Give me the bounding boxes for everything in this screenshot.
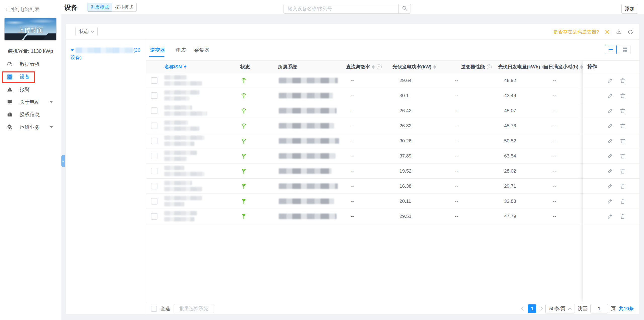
device-name-redacted <box>164 166 205 176</box>
delete-icon[interactable] <box>620 168 626 174</box>
prev-page-icon[interactable] <box>521 307 526 311</box>
system-name-redacted <box>279 138 339 144</box>
jump-page-input[interactable] <box>590 304 608 313</box>
delete-icon[interactable] <box>620 93 626 99</box>
online-status-icon <box>240 152 247 159</box>
edit-icon[interactable] <box>607 168 613 174</box>
tab-collector[interactable]: 采集器 <box>194 47 209 54</box>
list-view-button[interactable] <box>605 45 617 54</box>
add-device-button[interactable]: 添加 <box>621 4 638 14</box>
full-hours-value: -- <box>553 133 556 148</box>
inverter-performance-value: -- <box>455 133 458 148</box>
sort-icon[interactable] <box>433 65 436 69</box>
row-checkbox[interactable] <box>151 183 157 189</box>
sidebar-item-dashboard[interactable]: 数据看板 <box>0 58 61 70</box>
page-number-button[interactable]: 1 <box>528 304 536 313</box>
row-checkbox[interactable] <box>151 198 157 205</box>
edit-icon[interactable] <box>607 153 613 159</box>
system-name-redacted <box>279 93 333 98</box>
back-to-plant-list-link[interactable]: ‹回到电站列表 <box>6 6 39 13</box>
garbled-inverter-link[interactable]: 是否存在乱码逆变器? <box>553 29 599 35</box>
full-hours-value: -- <box>553 179 556 194</box>
back-label: 回到电站列表 <box>9 7 39 12</box>
inverter-performance-value: -- <box>455 179 458 194</box>
edit-icon[interactable] <box>607 213 613 219</box>
online-status-icon <box>240 92 247 99</box>
edit-icon[interactable] <box>607 198 613 204</box>
col-inverter-performance[interactable]: 逆变器性能? <box>461 61 492 73</box>
row-checkbox[interactable] <box>151 168 157 174</box>
delete-icon[interactable] <box>620 123 626 129</box>
inverter-performance-value: -- <box>455 148 458 164</box>
download-icon[interactable] <box>616 29 622 35</box>
delete-icon[interactable] <box>620 153 626 159</box>
sort-icon[interactable] <box>184 65 186 69</box>
inverter-performance-value: -- <box>455 73 458 88</box>
tree-expand-caret[interactable] <box>70 49 74 51</box>
search-input[interactable] <box>284 4 398 13</box>
delete-icon[interactable] <box>620 138 626 144</box>
grid-view-button[interactable] <box>619 45 631 54</box>
list-mode-button[interactable]: 列表模式 <box>88 3 112 12</box>
dc-dispersion-value: -- <box>351 133 354 148</box>
row-checkbox[interactable] <box>151 138 157 144</box>
delete-icon[interactable] <box>620 198 626 204</box>
daily-energy-value: 46.92 <box>504 73 516 88</box>
refresh-icon[interactable] <box>627 29 634 35</box>
sidebar-item-maintenance[interactable]: 运维业务 <box>0 121 61 133</box>
page-size-select[interactable]: 50条/页 <box>545 304 575 313</box>
sidebar-item-alarms[interactable]: 报警 <box>0 83 61 96</box>
tab-inverter[interactable]: 逆变器 <box>150 47 165 54</box>
select-all-checkbox[interactable] <box>151 306 157 312</box>
edit-icon[interactable] <box>607 93 613 99</box>
row-checkbox[interactable] <box>151 123 157 129</box>
delete-icon[interactable] <box>620 77 626 84</box>
row-actions <box>583 103 639 118</box>
tree-collapse-handle[interactable]: « <box>61 155 65 167</box>
col-daily-energy[interactable]: 光伏日发电量(kWh) <box>498 61 545 73</box>
sidebar-item-devices[interactable]: 设备 <box>0 70 61 83</box>
dc-dispersion-value: -- <box>351 209 354 224</box>
row-checkbox[interactable] <box>151 92 157 99</box>
help-icon[interactable]: ? <box>377 64 382 69</box>
next-page-icon[interactable] <box>539 307 543 311</box>
col-name-sn[interactable]: 名称/SN <box>164 61 186 73</box>
table-row: -- 29.51 -- 47.79 -- <box>146 209 639 224</box>
col-pv-power[interactable]: 光伏发电功率(kW) <box>392 61 436 73</box>
alarm-icon <box>7 86 13 93</box>
search-button[interactable] <box>398 4 411 13</box>
sort-icon[interactable] <box>580 65 583 69</box>
active-tab-underline <box>149 56 165 57</box>
col-dc-dispersion[interactable]: 直流离散率? <box>346 61 382 73</box>
edit-icon[interactable] <box>607 123 613 129</box>
sidebar-item-license[interactable]: 授权信息 <box>0 108 61 121</box>
row-checkbox[interactable] <box>151 153 157 159</box>
row-checkbox[interactable] <box>151 77 157 84</box>
online-status-icon <box>240 137 247 144</box>
batch-select-system-button[interactable]: 批量选择系统 <box>174 304 214 313</box>
edit-icon[interactable] <box>607 77 613 84</box>
sort-icon[interactable] <box>372 65 375 69</box>
edit-icon[interactable] <box>607 138 613 144</box>
edit-icon[interactable] <box>607 108 613 114</box>
tree-root-node[interactable]: (26设备) <box>70 46 142 61</box>
sidebar-item-about-plant[interactable]: 关于电站 <box>0 96 61 108</box>
delete-icon[interactable] <box>620 213 626 219</box>
page-suffix-label: 页 <box>611 305 616 312</box>
close-icon[interactable] <box>604 29 611 35</box>
device-name-redacted <box>164 211 197 221</box>
operations-fixed-column: 操作 <box>583 60 639 303</box>
help-icon[interactable]: ? <box>487 64 492 69</box>
row-actions <box>583 148 639 164</box>
plant-cover-image[interactable]: 上传封面 <box>4 18 57 41</box>
maintenance-icon <box>7 124 13 130</box>
row-checkbox[interactable] <box>151 107 157 114</box>
delete-icon[interactable] <box>620 108 626 114</box>
delete-icon[interactable] <box>620 183 626 189</box>
edit-icon[interactable] <box>607 183 613 189</box>
dc-dispersion-value: -- <box>351 103 354 118</box>
topology-mode-button[interactable]: 拓扑模式 <box>112 3 137 12</box>
tab-meter[interactable]: 电表 <box>176 47 186 54</box>
status-filter-select[interactable]: 状态 <box>75 27 98 36</box>
row-checkbox[interactable] <box>151 213 157 220</box>
